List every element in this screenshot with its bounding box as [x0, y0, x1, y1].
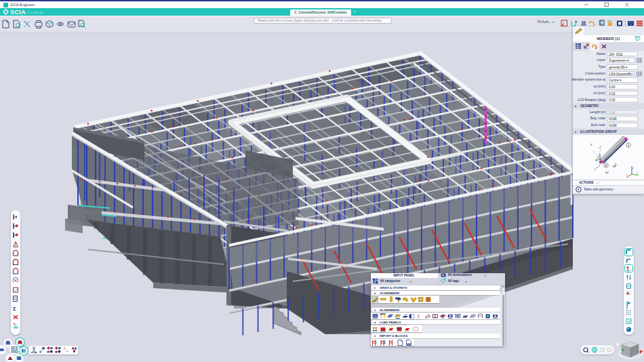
svg-text:Σ: Σ [13, 306, 16, 312]
svg-text:ey: ey [605, 171, 609, 174]
svg-text:x: x [626, 173, 628, 176]
svg-text:y: y [637, 171, 638, 174]
svg-text:z: z [632, 166, 634, 169]
svg-text:ez: ez [613, 165, 617, 168]
svg-text:1: 1 [628, 143, 630, 147]
svg-text:z: z [590, 143, 592, 146]
svg-text:A: A [605, 163, 607, 167]
